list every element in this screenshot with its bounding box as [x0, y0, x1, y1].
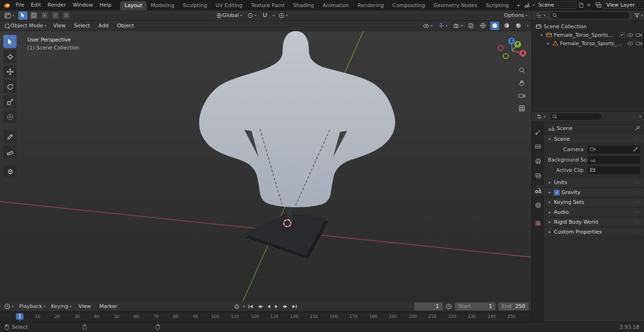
units-panel-header[interactable]: ▸ Units ∷∷ [544, 178, 644, 187]
tab-output[interactable] [532, 156, 544, 166]
viewport-editor-type-button[interactable]: ▾ [3, 11, 16, 20]
select-mode-extend-button[interactable] [41, 12, 48, 19]
shading-solid-button[interactable] [490, 22, 499, 30]
menu-file[interactable]: File [12, 1, 27, 9]
tab-render[interactable] [532, 141, 544, 152]
gravity-panel-header[interactable]: ▸ ✓ Gravity ∷∷ [544, 187, 644, 197]
menu-object[interactable]: Object [114, 23, 137, 29]
timeline-editor-type-button[interactable]: ▾ [3, 302, 15, 311]
navigation-gizmo[interactable]: Z Y X [495, 36, 529, 66]
tab-view-layer[interactable] [532, 170, 544, 181]
outliner-search-input[interactable] [550, 11, 630, 19]
gravity-checkbox[interactable]: ✓ [554, 190, 560, 195]
mannequin-object[interactable] [199, 31, 395, 207]
expand-triangle[interactable]: ▸ [546, 41, 551, 46]
timeline-marker-menu[interactable]: Marker [97, 303, 120, 309]
add-workspace-button[interactable]: + [513, 1, 524, 10]
shading-wireframe-button[interactable] [479, 22, 487, 30]
audio-panel-header[interactable]: ▸ Audio ∷∷ [544, 207, 644, 217]
playback-menu[interactable]: Playback▾ [18, 302, 47, 311]
panel-grip[interactable]: ∷∷ [635, 210, 641, 215]
snap-toggle[interactable] [261, 11, 269, 20]
use-preview-range-toggle[interactable] [446, 303, 452, 310]
tool-cursor-button[interactable] [3, 50, 17, 63]
overlays-toggle[interactable]: ▾ [452, 22, 464, 30]
prev-keyframe-button[interactable] [256, 304, 263, 309]
zoom-button[interactable] [517, 65, 527, 75]
workspace-tab-animation[interactable]: Animation [318, 1, 353, 10]
outliner-row-collection[interactable]: ▾ Female_Torso_Sports_Manne ✓ [532, 31, 644, 39]
disable-render-camera-icon[interactable] [636, 32, 642, 38]
menu-help[interactable]: Help [96, 1, 115, 9]
camera-field[interactable] [587, 146, 640, 154]
options-dropdown[interactable]: Options ▾ [503, 11, 528, 20]
viewport-3d[interactable]: User Perspective (1) Scene Collection [0, 31, 531, 301]
outliner-filter-button[interactable]: ▾ [633, 11, 644, 20]
workspace-tab-shading[interactable]: Shading [289, 1, 319, 10]
frame-start-field[interactable]: Start 1 [455, 302, 495, 310]
panel-grip[interactable]: ∷∷ [635, 190, 641, 195]
expand-triangle[interactable]: ▾ [539, 33, 544, 37]
select-mode-subtract-button[interactable] [52, 12, 59, 19]
collection-exclude-checkbox[interactable]: ✓ [619, 32, 625, 38]
hide-eye-icon[interactable] [627, 41, 634, 46]
tab-tool[interactable] [532, 127, 544, 137]
select-mode-new-button[interactable] [30, 12, 37, 19]
perspective-toggle-button[interactable] [517, 103, 527, 113]
properties-editor-type-button[interactable]: ▾ [535, 113, 547, 121]
tool-transform-button[interactable] [3, 110, 17, 123]
outliner-editor-type-button[interactable]: ▾ [535, 11, 547, 20]
pan-hand-button[interactable] [517, 78, 527, 88]
shading-dropdown[interactable]: ▾ [527, 24, 528, 28]
active-tool-indicator[interactable] [18, 11, 27, 20]
workspace-tab-texture-paint[interactable]: Texture Paint [247, 1, 289, 10]
view-layer-name-field[interactable]: View Layer [603, 1, 644, 9]
tool-add-cube-button[interactable] [3, 165, 17, 178]
next-keyframe-button[interactable] [282, 304, 289, 309]
timeline-view-menu[interactable]: View [76, 303, 94, 309]
tab-world[interactable] [532, 200, 544, 210]
tab-texture[interactable] [532, 218, 544, 228]
menu-render[interactable]: Render [44, 1, 69, 9]
xray-toggle[interactable] [467, 22, 476, 30]
scene-dropdown-caret[interactable]: ▾ [532, 3, 534, 7]
menu-edit[interactable]: Edit [27, 1, 44, 9]
shading-material-button[interactable] [502, 22, 511, 30]
visibility-dropdown[interactable]: ▾ [421, 22, 434, 30]
tool-move-button[interactable] [3, 65, 17, 78]
workspace-tab-sculpting[interactable]: Sculpting [179, 1, 211, 10]
workspace-tab-geometry-nodes[interactable]: Geometry Nodes [429, 1, 481, 10]
blender-logo-icon[interactable] [3, 1, 10, 9]
rigid-body-world-panel-header[interactable]: ▸ Rigid Body World ∷∷ [544, 217, 644, 227]
breadcrumb-scene-label[interactable]: Scene [557, 125, 573, 131]
tab-scene[interactable] [532, 185, 544, 195]
menu-window[interactable]: Window [69, 1, 96, 9]
outliner-row-scene-collection[interactable]: Scene Collection [532, 22, 644, 31]
new-scene-button[interactable] [578, 2, 585, 8]
proportional-editing-toggle[interactable]: ▾ [277, 11, 289, 20]
gizmo-y-negative[interactable] [504, 54, 509, 59]
viewport-canvas[interactable] [0, 31, 531, 301]
panel-grip[interactable]: ∷∷ [635, 230, 641, 235]
custom-properties-panel-header[interactable]: ▸ Custom Properties ∷∷ [544, 227, 644, 237]
menu-view[interactable]: View [50, 23, 68, 29]
playhead-marker[interactable]: 1 [16, 313, 24, 320]
play-reverse-button[interactable] [265, 304, 271, 309]
keying-settings-dropdown[interactable]: ▾ [243, 305, 245, 308]
snap-settings-dropdown[interactable]: ▾ [273, 14, 275, 17]
workspace-tab-compositing[interactable]: Compositing [388, 1, 429, 10]
play-button[interactable] [274, 304, 280, 309]
scene-panel-header[interactable]: ▾ Scene ∷∷ [544, 134, 644, 144]
workspace-tab-rendering[interactable]: Rendering [353, 1, 388, 10]
timeline-ruler[interactable]: 1 10203040506070809010011012013014015016… [0, 312, 531, 322]
pivot-point-dropdown[interactable]: ▾ [246, 11, 258, 20]
keying-sets-panel-header[interactable]: ▸ Keying Sets ∷∷ [544, 197, 644, 207]
active-clip-field[interactable] [587, 166, 640, 174]
gizmos-toggle[interactable]: ▾ [437, 22, 449, 30]
properties-filter-dropdown[interactable]: ▾ [639, 115, 641, 119]
tool-annotate-button[interactable] [3, 130, 17, 143]
panel-grip[interactable]: ∷∷ [635, 200, 641, 205]
view-layer-icon[interactable] [595, 2, 602, 8]
auto-keying-toggle[interactable] [234, 304, 239, 309]
scene-name-field[interactable]: Scene [535, 1, 577, 9]
